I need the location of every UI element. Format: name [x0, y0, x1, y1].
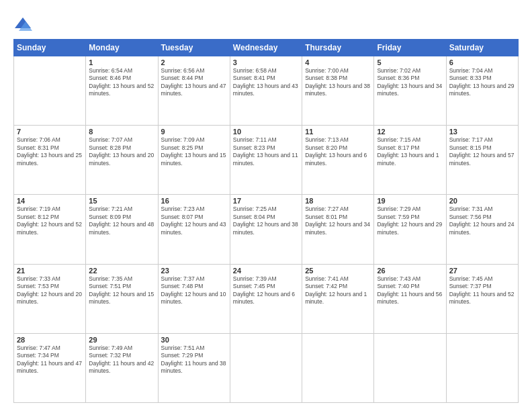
calendar-cell: 23Sunrise: 7:37 AM Sunset: 7:48 PM Dayli…: [158, 264, 230, 333]
day-number: 3: [233, 58, 299, 66]
day-number: 22: [89, 267, 154, 275]
day-number: 20: [449, 197, 515, 205]
day-number: 7: [17, 128, 83, 136]
calendar-cell: 24Sunrise: 7:39 AM Sunset: 7:45 PM Dayli…: [230, 264, 302, 333]
day-info: Sunrise: 7:21 AM Sunset: 8:09 PM Dayligh…: [89, 205, 154, 236]
day-number: 17: [233, 197, 299, 205]
day-info: Sunrise: 7:29 AM Sunset: 7:59 PM Dayligh…: [377, 205, 443, 236]
calendar-cell: 10Sunrise: 7:11 AM Sunset: 8:23 PM Dayli…: [230, 126, 302, 195]
calendar-cell: 6Sunrise: 7:04 AM Sunset: 8:33 PM Daylig…: [446, 56, 518, 126]
calendar-cell: 4Sunrise: 7:00 AM Sunset: 8:38 PM Daylig…: [302, 56, 374, 126]
calendar-cell: 3Sunrise: 6:58 AM Sunset: 8:41 PM Daylig…: [230, 56, 302, 126]
calendar-cell: 13Sunrise: 7:17 AM Sunset: 8:15 PM Dayli…: [446, 126, 518, 195]
day-info: Sunrise: 7:41 AM Sunset: 7:42 PM Dayligh…: [305, 275, 371, 306]
day-info: Sunrise: 7:39 AM Sunset: 7:45 PM Dayligh…: [233, 275, 299, 306]
day-number: 14: [17, 197, 83, 205]
day-info: Sunrise: 7:47 AM Sunset: 7:34 PM Dayligh…: [17, 345, 83, 375]
day-info: Sunrise: 7:00 AM Sunset: 8:38 PM Dayligh…: [305, 67, 371, 98]
day-number: 10: [233, 128, 299, 136]
calendar-cell: 16Sunrise: 7:23 AM Sunset: 8:07 PM Dayli…: [158, 195, 230, 264]
calendar-cell: 30Sunrise: 7:51 AM Sunset: 7:29 PM Dayli…: [158, 333, 230, 402]
day-number: 25: [305, 267, 371, 275]
day-info: Sunrise: 7:23 AM Sunset: 8:07 PM Dayligh…: [161, 205, 227, 236]
calendar-cell: 1Sunrise: 6:54 AM Sunset: 8:46 PM Daylig…: [86, 56, 158, 126]
day-header-monday: Monday: [86, 40, 158, 56]
day-info: Sunrise: 7:04 AM Sunset: 8:33 PM Dayligh…: [449, 67, 515, 98]
day-number: 13: [449, 128, 515, 136]
calendar-cell: 21Sunrise: 7:33 AM Sunset: 7:53 PM Dayli…: [14, 264, 86, 333]
day-number: 9: [161, 128, 227, 136]
calendar-cell: 8Sunrise: 7:07 AM Sunset: 8:28 PM Daylig…: [86, 126, 158, 195]
calendar-cell: 11Sunrise: 7:13 AM Sunset: 8:20 PM Dayli…: [302, 126, 374, 195]
calendar-cell: 9Sunrise: 7:09 AM Sunset: 8:25 PM Daylig…: [158, 126, 230, 195]
calendar-cell: 5Sunrise: 7:02 AM Sunset: 8:36 PM Daylig…: [374, 56, 446, 126]
day-header-tuesday: Tuesday: [158, 40, 230, 56]
day-info: Sunrise: 7:33 AM Sunset: 7:53 PM Dayligh…: [17, 275, 83, 306]
day-info: Sunrise: 7:45 AM Sunset: 7:37 PM Dayligh…: [449, 275, 515, 306]
calendar-cell: [446, 333, 518, 402]
calendar-cell: 19Sunrise: 7:29 AM Sunset: 7:59 PM Dayli…: [374, 195, 446, 264]
day-info: Sunrise: 7:49 AM Sunset: 7:32 PM Dayligh…: [89, 345, 154, 375]
day-number: 27: [449, 267, 515, 275]
day-info: Sunrise: 7:17 AM Sunset: 8:15 PM Dayligh…: [449, 136, 515, 167]
day-info: Sunrise: 7:13 AM Sunset: 8:20 PM Dayligh…: [305, 136, 371, 167]
calendar-cell: 14Sunrise: 7:19 AM Sunset: 8:12 PM Dayli…: [14, 195, 86, 264]
day-number: 24: [233, 267, 299, 275]
day-info: Sunrise: 7:35 AM Sunset: 7:51 PM Dayligh…: [89, 275, 154, 306]
calendar-cell: 2Sunrise: 6:56 AM Sunset: 8:44 PM Daylig…: [158, 56, 230, 126]
day-header-sunday: Sunday: [14, 40, 86, 56]
day-number: 21: [17, 267, 83, 275]
day-info: Sunrise: 6:54 AM Sunset: 8:46 PM Dayligh…: [89, 67, 154, 98]
day-number: 8: [89, 128, 154, 136]
day-number: 18: [305, 197, 371, 205]
day-info: Sunrise: 7:09 AM Sunset: 8:25 PM Dayligh…: [161, 136, 227, 167]
day-info: Sunrise: 7:25 AM Sunset: 8:04 PM Dayligh…: [233, 205, 299, 236]
day-header-saturday: Saturday: [446, 40, 518, 56]
day-info: Sunrise: 7:07 AM Sunset: 8:28 PM Dayligh…: [89, 136, 154, 167]
day-info: Sunrise: 7:19 AM Sunset: 8:12 PM Dayligh…: [17, 205, 83, 236]
day-info: Sunrise: 7:15 AM Sunset: 8:17 PM Dayligh…: [377, 136, 443, 167]
day-number: 6: [449, 58, 515, 66]
day-number: 26: [377, 267, 443, 275]
calendar-cell: 12Sunrise: 7:15 AM Sunset: 8:17 PM Dayli…: [374, 126, 446, 195]
day-header-friday: Friday: [374, 40, 446, 56]
calendar-cell: 22Sunrise: 7:35 AM Sunset: 7:51 PM Dayli…: [86, 264, 158, 333]
day-header-thursday: Thursday: [302, 40, 374, 56]
day-number: 19: [377, 197, 443, 205]
day-number: 1: [89, 58, 154, 66]
day-info: Sunrise: 7:11 AM Sunset: 8:23 PM Dayligh…: [233, 136, 299, 167]
day-info: Sunrise: 7:02 AM Sunset: 8:36 PM Dayligh…: [377, 67, 443, 98]
day-header-wednesday: Wednesday: [230, 40, 302, 56]
calendar-cell: 27Sunrise: 7:45 AM Sunset: 7:37 PM Dayli…: [446, 264, 518, 333]
calendar-table: SundayMondayTuesdayWednesdayThursdayFrid…: [13, 39, 519, 403]
calendar-cell: [230, 333, 302, 402]
day-info: Sunrise: 7:27 AM Sunset: 8:01 PM Dayligh…: [305, 205, 371, 236]
calendar-cell: [374, 333, 446, 402]
day-number: 16: [161, 197, 227, 205]
calendar-cell: 26Sunrise: 7:43 AM Sunset: 7:40 PM Dayli…: [374, 264, 446, 333]
day-info: Sunrise: 7:51 AM Sunset: 7:29 PM Dayligh…: [161, 345, 227, 375]
calendar-cell: [14, 56, 86, 126]
day-number: 23: [161, 267, 227, 275]
day-info: Sunrise: 7:06 AM Sunset: 8:31 PM Dayligh…: [17, 136, 83, 167]
day-info: Sunrise: 6:56 AM Sunset: 8:44 PM Dayligh…: [161, 67, 227, 98]
calendar-cell: [302, 333, 374, 402]
day-number: 15: [89, 197, 154, 205]
day-number: 29: [89, 336, 154, 344]
day-number: 2: [161, 58, 227, 66]
calendar-cell: 29Sunrise: 7:49 AM Sunset: 7:32 PM Dayli…: [86, 333, 158, 402]
day-number: 28: [17, 336, 83, 344]
calendar-cell: 18Sunrise: 7:27 AM Sunset: 8:01 PM Dayli…: [302, 195, 374, 264]
logo: [13, 15, 35, 34]
day-number: 12: [377, 128, 443, 136]
calendar-cell: 28Sunrise: 7:47 AM Sunset: 7:34 PM Dayli…: [14, 333, 86, 402]
calendar-cell: 7Sunrise: 7:06 AM Sunset: 8:31 PM Daylig…: [14, 126, 86, 195]
day-number: 11: [305, 128, 371, 136]
day-info: Sunrise: 7:43 AM Sunset: 7:40 PM Dayligh…: [377, 275, 443, 306]
day-number: 5: [377, 58, 443, 66]
calendar-cell: 25Sunrise: 7:41 AM Sunset: 7:42 PM Dayli…: [302, 264, 374, 333]
day-info: Sunrise: 6:58 AM Sunset: 8:41 PM Dayligh…: [233, 67, 299, 98]
day-number: 30: [161, 336, 227, 344]
day-info: Sunrise: 7:31 AM Sunset: 7:56 PM Dayligh…: [449, 205, 515, 236]
day-info: Sunrise: 7:37 AM Sunset: 7:48 PM Dayligh…: [161, 275, 227, 306]
